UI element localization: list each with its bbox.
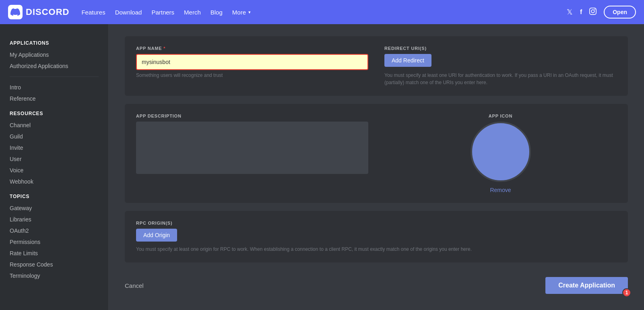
- required-star: *: [163, 46, 165, 51]
- sidebar-item-guild[interactable]: Guild: [0, 131, 108, 142]
- app-name-col: APP NAME * Something users will recogniz…: [136, 46, 368, 86]
- rpc-origins-card: RPC ORIGIN(S) Add Origin You must specif…: [125, 211, 628, 262]
- app-name-input[interactable]: [136, 54, 368, 70]
- sidebar-item-channel[interactable]: Channel: [0, 120, 108, 131]
- twitter-icon[interactable]: 𝕏: [567, 8, 573, 17]
- app-icon-label: APP ICON: [489, 114, 512, 118]
- rpc-origins-label: RPC ORIGIN(S): [136, 221, 617, 225]
- app-name-card: APP NAME * Something users will recogniz…: [125, 36, 628, 96]
- nav-blog[interactable]: Blog: [211, 9, 223, 16]
- main-content: APP NAME * Something users will recogniz…: [109, 24, 644, 310]
- sidebar-resources-title: RESOURCES: [0, 107, 108, 120]
- top-nav: DISCORD Features Download Partners Merch…: [0, 0, 644, 24]
- sidebar-item-my-applications[interactable]: My Applications: [0, 49, 108, 60]
- facebook-icon[interactable]: f: [580, 8, 582, 16]
- open-button[interactable]: Open: [604, 6, 636, 19]
- sidebar-item-oauth2[interactable]: OAuth2: [0, 225, 108, 236]
- logo-text: DISCORD: [26, 7, 69, 17]
- sidebar-item-intro[interactable]: Intro: [0, 82, 108, 93]
- app-description-card: APP DESCRIPTION APP ICON Remove: [125, 104, 628, 203]
- add-redirect-button[interactable]: Add Redirect: [384, 54, 431, 67]
- sidebar-item-user[interactable]: User: [0, 153, 108, 165]
- nav-right: 𝕏 f Open: [567, 6, 636, 19]
- app-icon-col: APP ICON Remove: [384, 114, 617, 193]
- app-name-hint: Something users will recognize and trust: [136, 72, 368, 78]
- nav-more[interactable]: More ▾: [232, 9, 251, 16]
- instagram-icon[interactable]: [589, 8, 597, 17]
- sidebar-item-authorized-applications[interactable]: Authorized Applications: [0, 60, 108, 72]
- chevron-down-icon: ▾: [248, 10, 251, 15]
- sidebar-applications-title: APPLICATIONS: [0, 37, 108, 49]
- sidebar-item-invite[interactable]: Invite: [0, 142, 108, 153]
- sidebar-item-response-codes[interactable]: Response Codes: [0, 259, 108, 270]
- sidebar-topics-title: TOPICS: [0, 190, 108, 203]
- app-description-label: APP DESCRIPTION: [136, 114, 368, 118]
- sidebar-item-gateway[interactable]: Gateway: [0, 203, 108, 214]
- sidebar-item-libraries[interactable]: Libraries: [0, 214, 108, 225]
- app-description-col: APP DESCRIPTION: [136, 114, 368, 193]
- sidebar-item-webhook[interactable]: Webhook: [0, 176, 108, 187]
- create-btn-wrapper: Create Application 1: [545, 277, 628, 294]
- redirect-uris-label: REDIRECT URI(S): [384, 46, 617, 51]
- redirect-note: You must specify at least one URI for au…: [384, 72, 617, 86]
- app-name-row: APP NAME * Something users will recogniz…: [136, 46, 617, 86]
- nav-features[interactable]: Features: [81, 9, 105, 16]
- notification-badge: 1: [622, 288, 631, 297]
- app-icon-remove[interactable]: Remove: [490, 187, 511, 193]
- logo[interactable]: DISCORD: [8, 5, 69, 19]
- sidebar: APPLICATIONS My Applications Authorized …: [0, 24, 109, 310]
- nav-merch[interactable]: Merch: [184, 9, 201, 16]
- app-icon-circle[interactable]: [471, 122, 531, 182]
- redirect-uris-col: REDIRECT URI(S) Add Redirect You must sp…: [384, 46, 617, 86]
- create-application-button[interactable]: Create Application: [545, 277, 628, 294]
- sidebar-item-terminology[interactable]: Terminology: [0, 270, 108, 281]
- nav-partners[interactable]: Partners: [151, 9, 174, 16]
- sidebar-item-permissions[interactable]: Permissions: [0, 236, 108, 248]
- sidebar-item-voice[interactable]: Voice: [0, 165, 108, 176]
- sidebar-divider-1: [10, 76, 99, 77]
- nav-download[interactable]: Download: [115, 9, 142, 16]
- rpc-note: You must specify at least one origin for…: [136, 246, 617, 253]
- app-name-label: APP NAME *: [136, 46, 368, 51]
- sidebar-item-rate-limits[interactable]: Rate Limits: [0, 248, 108, 259]
- app-desc-row: APP DESCRIPTION APP ICON Remove: [136, 114, 617, 193]
- app-description-textarea[interactable]: [136, 122, 368, 174]
- cancel-button[interactable]: Cancel: [125, 282, 144, 289]
- sidebar-item-reference[interactable]: Reference: [0, 93, 108, 104]
- add-origin-button[interactable]: Add Origin: [136, 229, 177, 242]
- nav-links: Features Download Partners Merch Blog Mo…: [81, 9, 566, 16]
- main-layout: APPLICATIONS My Applications Authorized …: [0, 24, 644, 310]
- bottom-actions: Cancel Create Application 1: [125, 271, 628, 296]
- discord-logo-icon: [8, 5, 23, 19]
